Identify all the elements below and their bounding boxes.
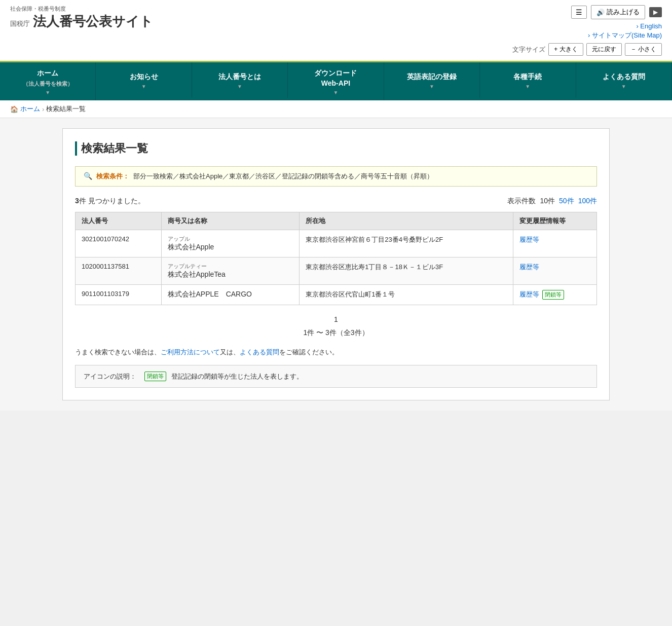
cell-corp-number: 1020001137581 [76, 257, 162, 285]
results-found-text: 件 見つかりました。 [79, 197, 145, 205]
english-link[interactable]: › English [636, 22, 662, 30]
results-count-number: 3 [75, 197, 79, 205]
corp-name-main: 株式会社AppleTea [168, 270, 293, 279]
search-conditions: 🔍 検索条件： 部分一致検索／株式会社Apple／東京都／渋谷区／登記記録の閉鎖… [75, 166, 597, 187]
nav-link-news[interactable]: お知らせ ▼ [96, 62, 192, 98]
history-link[interactable]: 履歴等 [519, 236, 539, 243]
results-table: 法人番号 商号又は名称 所在地 変更履歴情報等 3021001070242アップ… [75, 212, 597, 305]
nav-label-about: 法人番号とは [218, 72, 261, 82]
table-body: 3021001070242アップル株式会社Apple東京都渋谷区神宮前６丁目23… [76, 230, 597, 305]
header-links: › English › サイトマップ(Site Map) [588, 22, 662, 40]
font-size-large-button[interactable]: + 大きく [548, 43, 583, 56]
header-left: 社会保障・税番号制度 国税庁法人番号公表サイト [10, 5, 153, 30]
header-site-title: 法人番号公表サイト [33, 14, 153, 29]
col-address: 所在地 [300, 212, 513, 230]
cell-history: 履歴等閉鎖等 [513, 285, 596, 305]
table-header: 法人番号 商号又は名称 所在地 変更履歴情報等 [76, 212, 597, 230]
display-count-100-link[interactable]: 100件 [578, 197, 597, 206]
cell-history: 履歴等 [513, 257, 596, 285]
read-aloud-label: 読み上げる [607, 8, 640, 17]
nav-link-faq[interactable]: よくある質問 ▼ [576, 62, 672, 98]
corp-name-main: 株式会社APPLE CARGO [168, 290, 293, 299]
usage-guide-link[interactable]: ご利用方法について [161, 348, 220, 356]
footer-note-prefix: うまく検索できない場合は、 [75, 348, 161, 356]
search-icon: 🔍 [84, 172, 92, 180]
nav-item-about: 法人番号とは ▼ [192, 62, 288, 100]
icon-legend: アイコンの説明： 閉鎖等 登記記録の閉鎖等が生じた法人を表します。 [75, 365, 597, 388]
cell-corp-number: 3021001070242 [76, 230, 162, 257]
chevron-down-icon: ▼ [237, 83, 242, 90]
chevron-down-icon: ▼ [141, 83, 146, 90]
pagination-current-page: 1 [334, 315, 338, 323]
font-size-small-button[interactable]: － 小さく [625, 43, 662, 56]
nav-item-faq: よくある質問 ▼ [576, 62, 672, 100]
chevron-down-icon: ▼ [429, 83, 434, 90]
sitemap-link[interactable]: › サイトマップ(Site Map) [588, 31, 662, 40]
header-controls: ☰ 🔊 読み上げる ▶ [571, 5, 662, 19]
display-count-50-link[interactable]: 50件 [559, 197, 574, 206]
table-row: 3021001070242アップル株式会社Apple東京都渋谷区神宮前６丁目23… [76, 230, 597, 257]
menu-button[interactable]: ☰ [571, 6, 587, 19]
nav-label-english: 英語表記の登録 [407, 72, 457, 82]
home-icon: 🏠 [10, 105, 18, 113]
results-count: 3件 見つかりました。 [75, 197, 145, 206]
font-size-reset-button[interactable]: 元に戻す [586, 43, 622, 56]
nav-item-english: 英語表記の登録 ▼ [384, 62, 480, 100]
nav-label-home: ホーム（法人番号を検索） [23, 68, 73, 88]
corp-name-kana: アップルティー [168, 263, 293, 270]
nav-link-procedures[interactable]: 各種手続 ▼ [480, 62, 576, 98]
cell-corp-name: アップル株式会社Apple [161, 230, 300, 257]
pagination: 1 [75, 315, 597, 323]
title-bar-decoration [75, 141, 77, 156]
nav-list: ホーム（法人番号を検索） ▼ お知らせ ▼ 法人番号とは ▼ ダウンロードWeb… [0, 62, 672, 100]
display-count-current: 10件 [540, 197, 555, 206]
results-info: 3件 見つかりました。 表示件数 10件 50件 100件 [75, 197, 597, 206]
breadcrumb: 🏠 ホーム › 検索結果一覧 [0, 100, 672, 118]
play-button[interactable]: ▶ [649, 7, 662, 17]
faq-link[interactable]: よくある質問 [240, 348, 279, 356]
main-nav: ホーム（法人番号を検索） ▼ お知らせ ▼ 法人番号とは ▼ ダウンロードWeb… [0, 62, 672, 100]
closed-badge-legend: 閉鎖等 [144, 372, 166, 381]
nav-label-faq: よくある質問 [603, 72, 645, 82]
closed-badge: 閉鎖等 [542, 290, 564, 300]
nav-item-news: お知らせ ▼ [96, 62, 192, 100]
footer-note-suffix: をご確認ください。 [279, 348, 339, 356]
history-link[interactable]: 履歴等 [519, 290, 539, 298]
font-size-label: 文字サイズ [512, 45, 545, 54]
nav-link-about[interactable]: 法人番号とは ▼ [192, 62, 288, 98]
corp-name-kana: アップル [168, 235, 293, 243]
nav-label-procedures: 各種手続 [513, 72, 542, 82]
search-value: 部分一致検索／株式会社Apple／東京都／渋谷区／登記記録の閉鎖等含める／商号等… [133, 172, 433, 181]
icon-legend-label: アイコンの説明： [84, 372, 136, 381]
chevron-down-icon: ▼ [333, 89, 339, 96]
cell-address: 東京都渋谷区恵比寿1丁目８－18Ｋ－１ビル3F [300, 257, 513, 285]
breadcrumb-home-link[interactable]: ホーム [20, 104, 40, 114]
page-title: 検索結果一覧 [75, 141, 597, 156]
nav-label-download: ダウンロードWeb-API [314, 68, 357, 88]
cell-address: 東京都渋谷区代官山町1番１号 [300, 285, 513, 305]
breadcrumb-current: 検索結果一覧 [46, 104, 86, 114]
header-subtitle: 社会保障・税番号制度 [10, 5, 153, 13]
table-header-row: 法人番号 商号又は名称 所在地 変更履歴情報等 [76, 212, 597, 230]
font-size-row: 文字サイズ + 大きく 元に戻す － 小さく [512, 43, 662, 56]
main-content: 検索結果一覧 🔍 検索条件： 部分一致検索／株式会社Apple／東京都／渋谷区／… [0, 118, 672, 411]
corp-name-main: 株式会社Apple [168, 243, 293, 252]
read-aloud-button[interactable]: 🔊 読み上げる [591, 5, 645, 19]
nav-link-english[interactable]: 英語表記の登録 ▼ [384, 62, 480, 98]
header: 社会保障・税番号制度 国税庁法人番号公表サイト ☰ 🔊 読み上げる ▶ › En… [0, 0, 672, 62]
nav-item-procedures: 各種手続 ▼ [480, 62, 576, 100]
chevron-down-icon: ▼ [45, 89, 50, 96]
display-count-label: 表示件数 [507, 197, 536, 206]
cell-history: 履歴等 [513, 230, 596, 257]
nav-label-news: お知らせ [130, 72, 158, 82]
nav-link-home[interactable]: ホーム（法人番号を検索） ▼ [0, 62, 96, 100]
nav-link-download[interactable]: ダウンロードWeb-API ▼ [288, 62, 384, 100]
pagination-range: 1件 〜 3件（全3件） [75, 328, 597, 338]
cell-address: 東京都渋谷区神宮前６丁目23番4号桑野ビル2F [300, 230, 513, 257]
content-box: 検索結果一覧 🔍 検索条件： 部分一致検索／株式会社Apple／東京都／渋谷区／… [62, 128, 610, 400]
footer-note-middle: 又は、 [220, 348, 240, 356]
col-corp-name: 商号又は名称 [161, 212, 300, 230]
chevron-down-icon: ▼ [621, 83, 626, 90]
history-link[interactable]: 履歴等 [519, 263, 539, 271]
speaker-icon: 🔊 [596, 9, 605, 16]
